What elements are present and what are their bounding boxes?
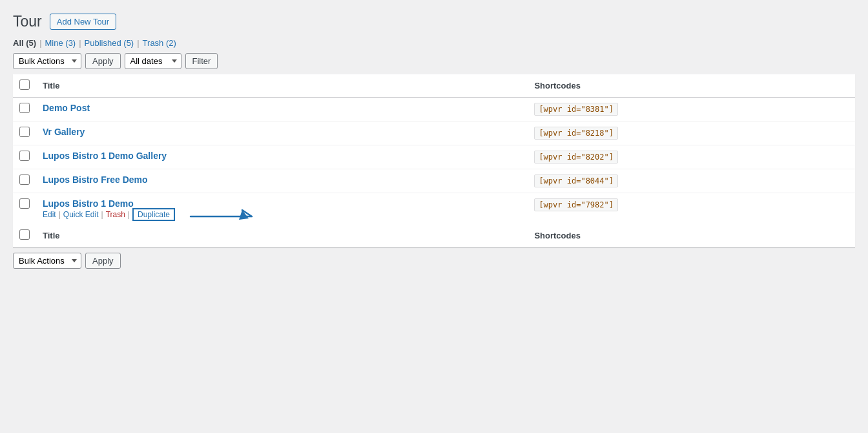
- row-title-link[interactable]: Lupos Bistro 1 Demo Gallery: [43, 151, 167, 161]
- row-checkbox-cell: [13, 169, 36, 193]
- row-checkbox-cell: [13, 98, 36, 121]
- duplicate-arrow-svg: [187, 207, 265, 226]
- shortcode-tag: [wpvr id="8202"]: [534, 151, 618, 164]
- select-all-checkbox-bottom[interactable]: [19, 229, 30, 240]
- row-title-cell: Vr Gallery: [36, 121, 528, 145]
- add-new-button[interactable]: Add New Tour: [50, 14, 116, 30]
- duplicate-container: Duplicate: [132, 210, 175, 219]
- shortcode-tag: [wpvr id="8381"]: [534, 103, 618, 116]
- row-action-quick-edit[interactable]: Quick Edit: [63, 210, 99, 219]
- col-footer-title: Title: [36, 224, 528, 248]
- filter-link-all[interactable]: All (5): [13, 38, 36, 48]
- row-shortcode-cell: [wpvr id="7982"]: [528, 193, 855, 225]
- row-checkbox-cell: [13, 121, 36, 145]
- tours-table: Title Shortcodes Demo Post[wpvr id="8381…: [13, 74, 855, 248]
- table-row: Lupos Bistro Free Demo[wpvr id="8044"]: [13, 169, 855, 193]
- row-title-link[interactable]: Lupos Bistro Free Demo: [43, 174, 148, 185]
- row-shortcode-cell: [wpvr id="8381"]: [528, 98, 855, 121]
- row-title-link[interactable]: Lupos Bistro 1 Demo: [43, 198, 134, 209]
- table-row: Lupos Bistro 1 Demo Gallery[wpvr id="820…: [13, 145, 855, 169]
- filter-button[interactable]: Filter: [185, 53, 218, 69]
- table-header-row: Title Shortcodes: [13, 74, 855, 98]
- shortcode-tag: [wpvr id="8044"]: [534, 174, 618, 187]
- date-filter-select[interactable]: All dates: [125, 53, 181, 69]
- col-header-shortcodes: Shortcodes: [528, 74, 855, 98]
- page-header: Tour Add New Tour: [13, 13, 855, 30]
- filter-link-published[interactable]: Published (5): [85, 38, 134, 48]
- row-title-cell: Lupos Bistro 1 Demo Gallery: [36, 145, 528, 169]
- sep-2: |: [79, 38, 81, 48]
- action-sep: |: [128, 210, 130, 219]
- action-sep: |: [59, 210, 61, 219]
- filter-link-trash[interactable]: Trash (2): [143, 38, 176, 48]
- table-row: Lupos Bistro 1 DemoEdit | Quick Edit | T…: [13, 193, 855, 225]
- row-shortcode-cell: [wpvr id="8218"]: [528, 121, 855, 145]
- shortcode-tag: [wpvr id="8218"]: [534, 127, 618, 140]
- top-tablenav: Bulk Actions Apply All dates Filter: [13, 53, 855, 69]
- row-checkbox[interactable]: [19, 198, 30, 209]
- row-shortcode-cell: [wpvr id="8044"]: [528, 169, 855, 193]
- row-checkbox-cell: [13, 193, 36, 225]
- row-shortcode-cell: [wpvr id="8202"]: [528, 145, 855, 169]
- bulk-actions-select-bottom[interactable]: Bulk Actions: [13, 253, 81, 269]
- col-footer-checkbox: [13, 224, 36, 248]
- row-action-edit[interactable]: Edit: [43, 210, 56, 219]
- table-row: Vr Gallery[wpvr id="8218"]: [13, 121, 855, 145]
- col-header-title: Title: [36, 74, 528, 98]
- row-title-link[interactable]: Vr Gallery: [43, 127, 85, 137]
- row-checkbox[interactable]: [19, 127, 30, 137]
- page-title: Tour: [13, 13, 42, 30]
- col-header-checkbox: [13, 74, 36, 98]
- col-footer-shortcodes: Shortcodes: [528, 224, 855, 248]
- bulk-actions-select-top[interactable]: Bulk Actions: [13, 53, 81, 69]
- bottom-tablenav: Bulk Actions Apply: [13, 253, 855, 269]
- filter-links: All (5) | Mine (3) | Published (5) | Tra…: [13, 38, 855, 48]
- apply-button-top[interactable]: Apply: [85, 53, 121, 69]
- table-footer-row: Title Shortcodes: [13, 224, 855, 248]
- filter-link-mine[interactable]: Mine (3): [45, 38, 76, 48]
- shortcode-tag: [wpvr id="7982"]: [534, 198, 618, 211]
- row-actions: Edit | Quick Edit | Trash | Duplicate: [43, 210, 521, 219]
- row-action-trash[interactable]: Trash: [106, 210, 125, 219]
- row-title-cell: Lupos Bistro Free Demo: [36, 169, 528, 193]
- row-action-duplicate[interactable]: Duplicate: [132, 208, 175, 221]
- apply-button-bottom[interactable]: Apply: [85, 253, 121, 269]
- row-title-cell: Demo Post: [36, 98, 528, 121]
- action-sep: |: [101, 210, 103, 219]
- row-checkbox[interactable]: [19, 103, 30, 113]
- select-all-checkbox-top[interactable]: [19, 79, 30, 90]
- row-title-link[interactable]: Demo Post: [43, 103, 90, 113]
- row-title-cell: Lupos Bistro 1 DemoEdit | Quick Edit | T…: [36, 193, 528, 225]
- row-checkbox[interactable]: [19, 174, 30, 185]
- table-row: Demo Post[wpvr id="8381"]: [13, 98, 855, 121]
- sep-1: |: [39, 38, 41, 48]
- sep-3: |: [137, 38, 139, 48]
- row-checkbox-cell: [13, 145, 36, 169]
- row-checkbox[interactable]: [19, 151, 30, 161]
